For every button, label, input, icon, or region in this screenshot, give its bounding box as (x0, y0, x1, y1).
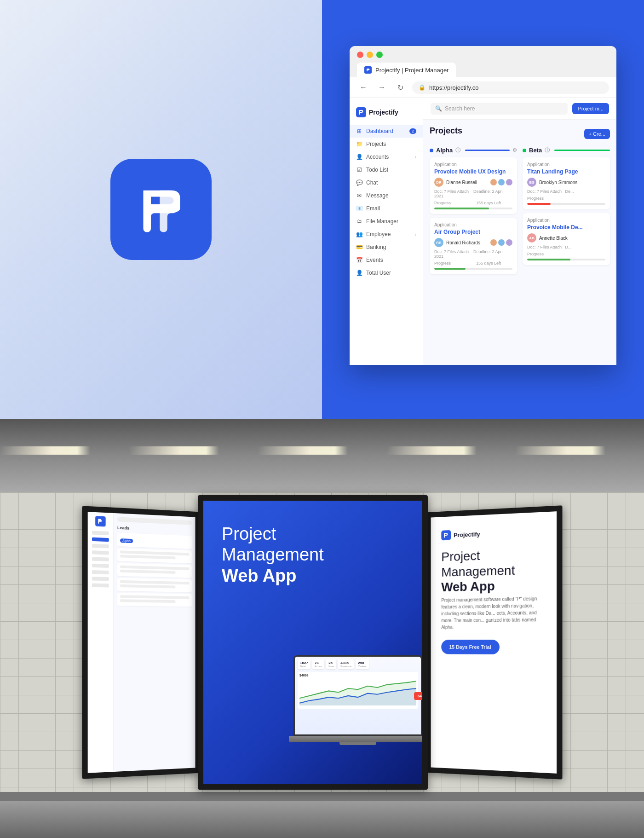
sidebar-item-totaluser[interactable]: 👤 Total User (350, 266, 423, 279)
laptop-screen: 1027 Total 76 Active 25 New (293, 655, 422, 736)
card-title[interactable]: Provoice Mobile UX Design (434, 168, 512, 175)
columns-row: Alpha ⓘ ⚙ Application Provoice Mobile UX… (430, 147, 610, 278)
project-column-beta: Beta ⓘ Application Titan Landing Page (523, 147, 610, 278)
create-project-button[interactable]: Project m... (572, 103, 609, 114)
card-assignee-2: Ronald Richards (446, 240, 488, 245)
employee-icon: 👥 (356, 231, 362, 237)
stat-val-4: 4335 (340, 661, 351, 665)
mini-nav-7 (92, 570, 109, 574)
sidebar-item-label: Message (366, 192, 389, 199)
card-assignee-4: Annette Black (539, 236, 605, 241)
search-box[interactable]: 🔍 Search here (431, 103, 568, 115)
card-footer-3: Doc: 7 Files Attach De... (527, 189, 605, 194)
back-button[interactable]: ← (357, 81, 370, 94)
browser-tab[interactable]: Projectify | Project Manager (357, 63, 456, 77)
card-meta-4: AB Annette Black (527, 233, 605, 243)
alpha-settings-icon[interactable]: ⚙ (512, 147, 517, 153)
bottom-section: Leads Alpha (0, 419, 644, 838)
card-title-2[interactable]: Air Group Project (434, 229, 512, 235)
stat-label-2: Active (315, 665, 322, 668)
trial-button[interactable]: 15 Days Free Trial (441, 639, 499, 654)
billboards-row: Leads Alpha (0, 492, 644, 792)
sidebar-logo-icon (356, 107, 366, 117)
sidebar-item-label: File Manager (366, 218, 398, 225)
sidebar-item-filemanager[interactable]: 🗂 File Manager (350, 215, 423, 228)
card-footer: Doc: 7 Files Attach Deadline: 2 April 20… (434, 189, 512, 198)
avatar-icon-6 (506, 239, 512, 246)
progress-fill-2 (434, 268, 466, 270)
billboard-right-content: Projectify Project Management Web App Pr… (431, 511, 557, 774)
progress-bar-4 (527, 259, 605, 260)
alpha-info-icon: ⓘ (455, 147, 460, 154)
mini-text-6 (120, 584, 176, 588)
reload-button[interactable]: ↻ (394, 81, 407, 94)
message-icon: ✉ (356, 192, 362, 199)
mini-searchbar (117, 517, 192, 525)
sidebar-item-events[interactable]: 📅 Events (350, 254, 423, 266)
browser-window: Projectify | Project Manager ← → ↻ 🔒 htt… (350, 46, 616, 365)
minimize-dot[interactable] (367, 52, 373, 58)
projects-area: Projects + Cre... Alpha ⓘ (423, 120, 616, 284)
mini-list-3 (117, 578, 192, 592)
chart-svg (299, 678, 416, 706)
card-meta-3: BS Brooklyn Simmons (527, 178, 605, 187)
app-content: Projectify ⊞ Dashboard 2 📁 Projects 👤 Ac… (350, 98, 616, 365)
card-airgroup: Application Air Group Project RR Ronald … (430, 218, 517, 274)
sidebar-item-label: Dashboard (366, 128, 393, 134)
sidebar-item-todo[interactable]: ☑ Todo List (350, 163, 423, 176)
sidebar-item-label: Projects (366, 141, 386, 147)
banking-icon: 💳 (356, 244, 362, 250)
url-bar[interactable]: 🔒 https://projectify.co (412, 81, 609, 94)
sidebar-item-chat[interactable]: 💬 Chat (350, 176, 423, 189)
stat-val-5: 258 (358, 661, 366, 665)
sidebar-item-message[interactable]: ✉ Message (350, 189, 423, 202)
right-headline: Project Management Web App (441, 545, 545, 595)
sidebar-item-email[interactable]: 📧 Email (350, 202, 423, 215)
stat-val-3: 25 (328, 661, 334, 665)
browser-chrome: Projectify | Project Manager (350, 46, 616, 77)
mini-sidebar (88, 512, 114, 773)
mini-nav-4 (92, 550, 109, 555)
create-button[interactable]: + Cre... (584, 129, 610, 139)
card-title-4[interactable]: Provoice Mobile De... (527, 224, 605, 231)
sidebar-item-label: Employee (366, 231, 391, 237)
search-placeholder: Search here (445, 105, 475, 112)
mini-text-4 (120, 569, 176, 573)
employee-chevron: › (415, 232, 416, 237)
stat-val-2: 76 (315, 661, 322, 665)
price-tag: $4698 (414, 692, 422, 700)
stat-box-2: 76 Active (312, 659, 324, 669)
accounts-icon: 👤 (356, 154, 362, 160)
sidebar-item-projects[interactable]: 📁 Projects (350, 138, 423, 150)
alpha-line (465, 150, 510, 151)
stat-box-3: 25 New (326, 659, 336, 669)
app-sidebar: Projectify ⊞ Dashboard 2 📁 Projects 👤 Ac… (350, 98, 423, 365)
card-titan: Application Titan Landing Page BS Brookl… (523, 157, 610, 209)
sidebar-item-banking[interactable]: 💳 Banking (350, 241, 423, 254)
billboard-right: Projectify Project Management Web App Pr… (426, 505, 562, 780)
sidebar-item-employee[interactable]: 👥 Employee › (350, 228, 423, 241)
sidebar-item-label: Banking (366, 244, 386, 250)
laptop-mockup: 1027 Total 76 Active 25 New (280, 655, 422, 757)
forward-button[interactable]: → (375, 81, 388, 94)
mini-nav-2 (92, 537, 109, 542)
right-line3: Web App (441, 579, 494, 594)
close-dot[interactable] (357, 52, 363, 58)
sidebar-item-label: Todo List (366, 167, 388, 173)
right-line1: Project (441, 548, 480, 563)
mini-leads-title: Leads (117, 525, 192, 533)
avatar-icon-1 (490, 179, 497, 185)
address-bar: ← → ↻ 🔒 https://projectify.co (350, 77, 616, 98)
card-title-3[interactable]: Titan Landing Page (527, 168, 605, 175)
mini-main: Leads Alpha (114, 513, 196, 771)
mini-list-alpha: Alpha (117, 532, 192, 549)
mini-alpha-badge: Alpha (120, 538, 133, 543)
ceiling-lights (0, 446, 644, 455)
maximize-dot[interactable] (376, 52, 383, 58)
sidebar-item-accounts[interactable]: 👤 Accounts › (350, 150, 423, 163)
sidebar-item-dashboard[interactable]: ⊞ Dashboard 2 (350, 125, 423, 138)
browser-dots (357, 52, 609, 58)
card-icons-2 (490, 239, 512, 246)
mini-list-2 (117, 563, 192, 578)
card-avatar: DR (434, 178, 443, 187)
